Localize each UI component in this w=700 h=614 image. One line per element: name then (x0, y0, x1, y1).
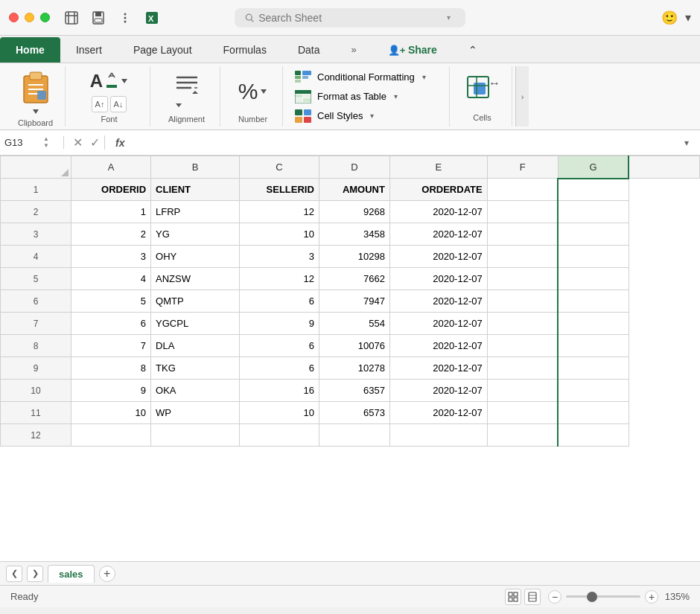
data-cell[interactable] (319, 424, 389, 447)
data-cell[interactable]: 3458 (319, 223, 389, 246)
data-cell[interactable]: 2020-12-07 (389, 201, 487, 223)
empty-cell[interactable] (487, 402, 558, 424)
empty-cell[interactable] (487, 380, 558, 402)
maximize-button[interactable] (40, 13, 50, 22)
data-cell[interactable]: OKA (151, 380, 240, 402)
data-cell[interactable]: 10 (71, 402, 151, 424)
ribbon-expand-btn[interactable]: › (515, 66, 529, 127)
data-cell[interactable]: 8 (71, 357, 151, 380)
data-cell[interactable]: 7662 (319, 268, 389, 290)
data-cell[interactable]: TKG (151, 357, 240, 380)
empty-cell[interactable] (558, 357, 629, 380)
empty-cell[interactable] (487, 290, 558, 313)
data-cell[interactable]: 2020-12-07 (389, 335, 487, 357)
data-cell[interactable]: 10 (239, 223, 319, 246)
formula-input[interactable] (135, 137, 673, 148)
cancel-formula-btn[interactable]: ✕ (73, 135, 83, 150)
data-cell[interactable]: 2020-12-07 (389, 402, 487, 424)
data-cell[interactable]: 2020-12-07 (389, 380, 487, 402)
col-header-A[interactable]: A (71, 156, 151, 179)
data-cell[interactable]: ORDERDATE (389, 179, 487, 201)
emoji-icon[interactable]: 🙂 (661, 10, 678, 26)
col-header-D[interactable]: D (319, 156, 389, 179)
data-cell[interactable]: 6 (239, 357, 319, 380)
tab-share[interactable]: 👤+ Share (372, 37, 453, 63)
search-input[interactable] (258, 12, 442, 24)
data-cell[interactable]: 2020-12-07 (389, 246, 487, 268)
data-cell[interactable]: 6573 (319, 402, 389, 424)
data-cell[interactable] (389, 424, 487, 447)
tab-page-layout[interactable]: Page Layout (118, 37, 208, 63)
empty-cell[interactable] (487, 179, 558, 201)
data-cell[interactable]: SELLERID (239, 179, 319, 201)
data-cell[interactable]: 3 (239, 246, 319, 268)
data-cell[interactable]: 6 (239, 335, 319, 357)
data-cell[interactable] (71, 424, 151, 447)
excel-icon[interactable]: X (144, 10, 160, 26)
data-cell[interactable]: 16 (239, 380, 319, 402)
data-cell[interactable]: 6 (239, 290, 319, 313)
data-cell[interactable]: 10076 (319, 335, 389, 357)
data-cell[interactable]: 2020-12-07 (389, 357, 487, 380)
cell-styles-btn[interactable]: Cell Styles ▾ (292, 108, 443, 124)
data-cell[interactable]: 7947 (319, 290, 389, 313)
col-header-F[interactable]: F (487, 156, 558, 179)
data-cell[interactable]: 7 (71, 335, 151, 357)
data-cell[interactable]: 554 (319, 313, 389, 335)
cell-ref-down[interactable]: ▼ (43, 143, 49, 149)
empty-cell[interactable] (487, 223, 558, 246)
empty-cell[interactable] (558, 268, 629, 290)
empty-cell[interactable] (558, 313, 629, 335)
tab-formulas[interactable]: Formulas (208, 37, 282, 63)
data-cell[interactable]: QMTP (151, 290, 240, 313)
font-bold-button[interactable]: A (90, 71, 103, 92)
data-cell[interactable]: 3 (71, 246, 151, 268)
data-cell[interactable]: 2020-12-07 (389, 313, 487, 335)
tab-more[interactable]: » (335, 37, 372, 63)
data-cell[interactable]: 12 (239, 201, 319, 223)
data-cell[interactable]: ORDERID (71, 179, 151, 201)
tab-collapse[interactable]: ⌃ (453, 37, 493, 63)
search-bar[interactable]: ▾ (235, 8, 465, 28)
data-cell[interactable] (239, 424, 319, 447)
data-cell[interactable]: 1 (71, 201, 151, 223)
empty-cell[interactable] (558, 246, 629, 268)
data-cell[interactable]: 12 (239, 268, 319, 290)
data-cell[interactable]: 9 (239, 313, 319, 335)
empty-cell[interactable] (487, 313, 558, 335)
minimize-button[interactable] (25, 13, 34, 22)
data-cell[interactable]: YG (151, 223, 240, 246)
cell-ref-input[interactable]: G13 (4, 137, 42, 148)
data-cell[interactable]: 5 (71, 290, 151, 313)
empty-cell[interactable] (487, 424, 558, 447)
col-header-C[interactable]: C (239, 156, 319, 179)
more-icon[interactable] (117, 10, 133, 26)
data-cell[interactable]: OHY (151, 246, 240, 268)
add-sheet-btn[interactable]: + (99, 566, 115, 582)
contacts-icon[interactable] (63, 10, 80, 26)
zoom-out-btn[interactable]: − (548, 590, 561, 604)
page-layout-view-btn[interactable] (524, 589, 541, 605)
format-as-table-btn[interactable]: Format as Table ▾ (292, 89, 443, 105)
save-icon[interactable] (90, 10, 106, 26)
data-cell[interactable]: 2020-12-07 (389, 290, 487, 313)
col-header-H[interactable] (629, 156, 699, 179)
data-cell[interactable]: 10 (239, 402, 319, 424)
sheet-nav-next[interactable]: ❯ (27, 566, 43, 582)
tab-data[interactable]: Data (282, 37, 336, 63)
confirm-formula-btn[interactable]: ✓ (90, 135, 100, 150)
col-header-B[interactable]: B (151, 156, 240, 179)
data-cell[interactable]: ANZSW (151, 268, 240, 290)
data-cell[interactable]: 2 (71, 223, 151, 246)
data-cell[interactable]: 4 (71, 268, 151, 290)
data-cell[interactable]: 2020-12-07 (389, 268, 487, 290)
data-cell[interactable]: 6 (71, 313, 151, 335)
data-cell[interactable]: 10298 (319, 246, 389, 268)
tab-insert[interactable]: Insert (60, 37, 118, 63)
data-cell[interactable]: 10278 (319, 357, 389, 380)
empty-cell[interactable] (558, 223, 629, 246)
empty-cell[interactable] (487, 201, 558, 223)
empty-cell[interactable] (487, 357, 558, 380)
more-options-icon[interactable]: ▾ (685, 10, 691, 25)
data-cell[interactable]: WP (151, 402, 240, 424)
